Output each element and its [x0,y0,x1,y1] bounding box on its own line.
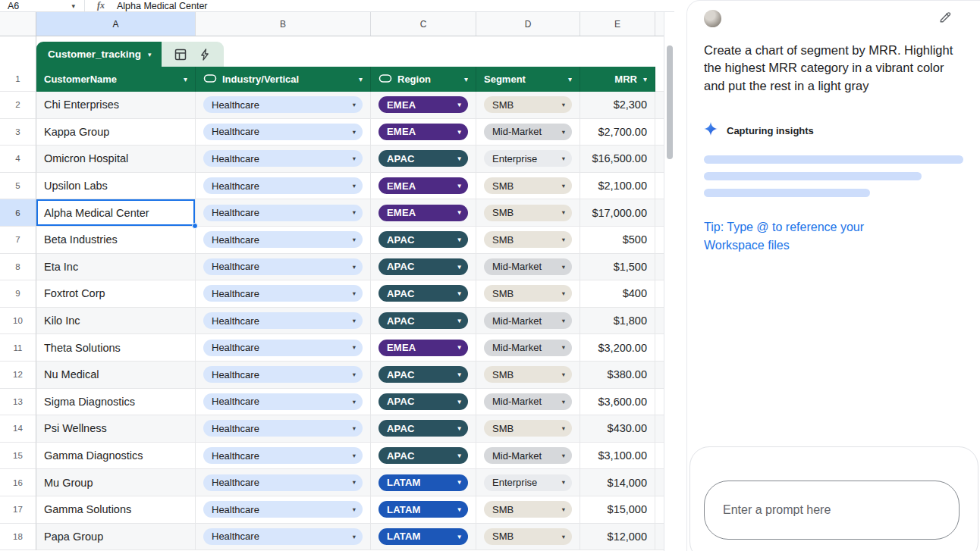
chevron-down-icon[interactable]: ▾ [359,75,363,83]
segment-chip[interactable]: Mid-Market ▾ [484,124,572,140]
column-header-b[interactable]: B [196,12,371,36]
cell-region[interactable]: APAC ▾ [371,146,476,173]
chevron-down-icon[interactable]: ▾ [562,102,565,108]
industry-chip[interactable]: Healthcare ▾ [203,96,363,113]
chevron-down-icon[interactable]: ▾ [458,183,461,189]
chevron-down-icon[interactable]: ▾ [353,506,356,513]
industry-chip[interactable]: Healthcare ▾ [203,501,363,518]
chevron-down-icon[interactable]: ▾ [353,183,356,189]
region-chip[interactable]: LATAM ▾ [378,528,468,545]
cell-industry[interactable]: Healthcare ▾ [196,524,371,551]
column-header-d[interactable]: D [476,12,580,36]
cell-industry[interactable]: Healthcare ▾ [196,254,371,281]
row-number[interactable]: 12 [0,362,36,389]
row-number[interactable]: 15 [0,443,36,470]
segment-chip[interactable]: Mid-Market ▾ [484,447,572,464]
cell-mrr[interactable]: $3,100.00 [580,443,655,470]
cell-customer[interactable]: Chi Enterprises [36,92,196,119]
region-chip[interactable]: EMEA ▾ [378,124,468,140]
table-name-tab[interactable]: Customer_tracking ▾ [36,42,224,67]
cell-mrr[interactable]: $1,800 [580,308,655,335]
cell-industry[interactable]: Healthcare ▾ [196,415,371,443]
chevron-down-icon[interactable]: ▾ [458,209,461,216]
cell-mrr[interactable]: $400 [580,280,655,308]
industry-chip[interactable]: Healthcare ▾ [203,205,363,221]
chevron-down-icon[interactable]: ▾ [353,399,356,405]
cell-region[interactable]: APAC ▾ [371,415,476,443]
segment-chip[interactable]: Enterprise ▾ [484,474,572,491]
industry-chip[interactable]: Healthcare ▾ [203,231,363,248]
cell-mrr[interactable]: $16,500.00 [580,146,655,173]
chevron-down-icon[interactable]: ▾ [353,155,356,162]
segment-chip[interactable]: SMB ▾ [484,285,572,302]
region-chip[interactable]: APAC ▾ [378,312,468,329]
cell-industry[interactable]: Healthcare ▾ [196,227,371,254]
cell-region[interactable]: LATAM ▾ [371,496,476,524]
chevron-down-icon[interactable]: ▾ [148,51,152,58]
chevron-down-icon[interactable]: ▾ [458,318,461,324]
cell-mrr[interactable]: $1,500 [580,254,655,281]
chevron-down-icon[interactable]: ▾ [353,236,356,243]
segment-chip[interactable]: SMB ▾ [484,231,572,248]
scrollbar-thumb[interactable] [667,45,673,159]
region-chip[interactable]: APAC ▾ [378,231,468,248]
cell-customer[interactable]: Theta Solutions [36,334,196,362]
region-chip[interactable]: APAC ▾ [378,447,468,464]
industry-chip[interactable]: Healthcare ▾ [203,447,363,464]
chevron-down-icon[interactable]: ▾ [562,290,565,297]
cell-mrr[interactable]: $380.00 [580,362,655,389]
chevron-down-icon[interactable]: ▾ [562,155,565,162]
cell-segment[interactable]: Mid-Market ▾ [476,119,580,146]
region-chip[interactable]: EMEA ▾ [378,96,468,113]
table-view-icon[interactable] [171,45,190,64]
cell-region[interactable]: LATAM ▾ [371,469,476,496]
cell-customer[interactable]: Foxtrot Corp [36,280,196,308]
row-number[interactable]: 13 [0,389,36,416]
cell-mrr[interactable]: $17,000.00 [580,199,655,227]
cell-mrr[interactable]: $2,100.00 [580,173,655,200]
chevron-down-icon[interactable]: ▾ [458,452,461,459]
cell-customer[interactable]: Beta Industries [36,227,196,254]
fill-handle[interactable] [192,223,198,229]
row-number[interactable]: 5 [0,173,36,200]
cell-industry[interactable]: Healthcare ▾ [196,146,371,173]
cell-region[interactable]: APAC ▾ [371,280,476,308]
cell-region[interactable]: APAC ▾ [371,254,476,281]
chevron-down-icon[interactable]: ▾ [353,318,356,324]
name-box-caret-icon[interactable]: ▾ [71,2,75,10]
chevron-down-icon[interactable]: ▾ [458,479,461,486]
formula-input[interactable]: Alpha Medical Center [117,1,208,11]
segment-chip[interactable]: SMB ▾ [484,528,572,545]
chevron-down-icon[interactable]: ▾ [353,479,356,486]
chevron-down-icon[interactable]: ▾ [353,129,356,136]
cell-mrr[interactable]: $2,700.00 [580,119,655,146]
cell-region[interactable]: APAC ▾ [371,362,476,389]
cell-segment[interactable]: SMB ▾ [476,524,580,551]
chevron-down-icon[interactable]: ▾ [562,183,565,189]
industry-chip[interactable]: Healthcare ▾ [203,366,363,383]
chevron-down-icon[interactable]: ▾ [562,425,565,432]
cell-mrr[interactable]: $3,200.00 [580,334,655,362]
cell-customer[interactable]: Papa Group [36,524,196,551]
row-number[interactable]: 17 [0,496,36,524]
segment-chip[interactable]: SMB ▾ [484,177,572,194]
cell-segment[interactable]: SMB ▾ [476,92,580,119]
row-number[interactable]: 8 [0,254,36,281]
chevron-down-icon[interactable]: ▾ [184,75,187,83]
column-header-e[interactable]: E [580,12,655,36]
row-number[interactable]: 14 [0,415,36,443]
chevron-down-icon[interactable]: ▾ [562,452,565,459]
vertical-scrollbar[interactable] [664,12,674,551]
header-customername[interactable]: CustomerName ▾ [36,67,196,92]
chevron-down-icon[interactable]: ▾ [458,102,461,108]
cell-mrr[interactable]: $15,000 [580,496,655,524]
cell-segment[interactable]: Enterprise ▾ [476,146,580,173]
chevron-down-icon[interactable]: ▾ [464,75,468,83]
industry-chip[interactable]: Healthcare ▾ [203,420,363,437]
cell-industry[interactable]: Healthcare ▾ [196,362,371,389]
region-chip[interactable]: APAC ▾ [378,420,468,437]
cell-segment[interactable]: SMB ▾ [476,280,580,308]
lightning-bolt-icon[interactable] [196,45,214,64]
chevron-down-icon[interactable]: ▾ [353,534,356,540]
chevron-down-icon[interactable]: ▾ [353,371,356,378]
